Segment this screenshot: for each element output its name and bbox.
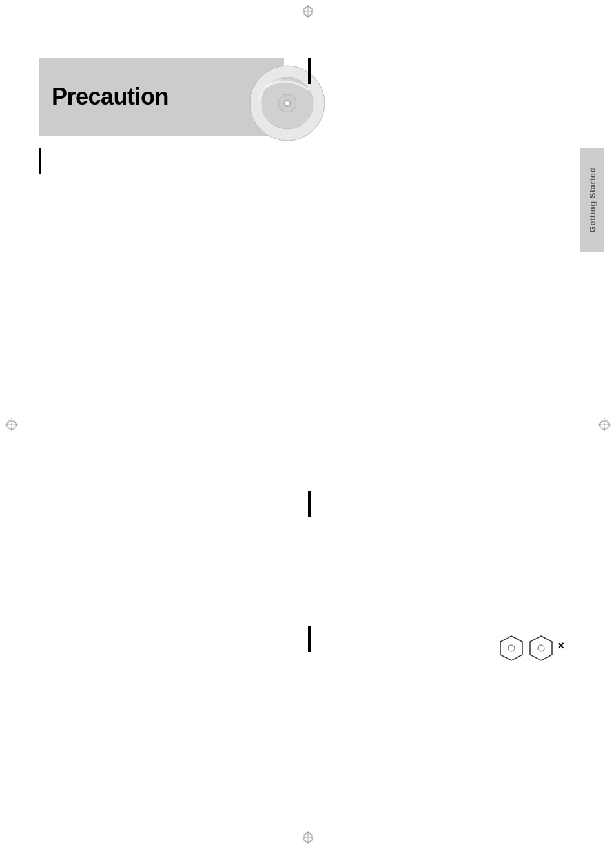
sidebar-tab-label: Getting Started <box>588 167 597 232</box>
svg-marker-19 <box>530 636 552 660</box>
hex-symbol-1 <box>498 635 525 662</box>
precaution-title: Precaution <box>52 83 169 110</box>
svg-point-0 <box>304 8 312 15</box>
section-marker-mid <box>308 491 311 517</box>
reg-mark-top <box>302 5 314 18</box>
disc-illustration <box>245 61 329 145</box>
svg-point-20 <box>538 645 544 651</box>
svg-point-6 <box>8 421 15 429</box>
sidebar-tab: Getting Started <box>580 148 604 252</box>
svg-point-16 <box>285 101 289 105</box>
svg-marker-17 <box>500 636 522 660</box>
reg-mark-bottom <box>302 831 314 844</box>
times-symbol: × <box>557 639 564 653</box>
svg-point-3 <box>304 834 312 841</box>
reg-mark-right <box>598 418 611 431</box>
section-marker-top <box>308 58 311 84</box>
section-marker-left <box>39 148 41 174</box>
header-section: Precaution <box>39 58 310 142</box>
hex-symbol-2 <box>528 635 555 662</box>
svg-point-9 <box>601 421 608 429</box>
reg-mark-left <box>5 418 18 431</box>
svg-point-18 <box>508 645 515 651</box>
symbols-container: × <box>498 635 564 662</box>
section-marker-lower <box>308 626 311 652</box>
